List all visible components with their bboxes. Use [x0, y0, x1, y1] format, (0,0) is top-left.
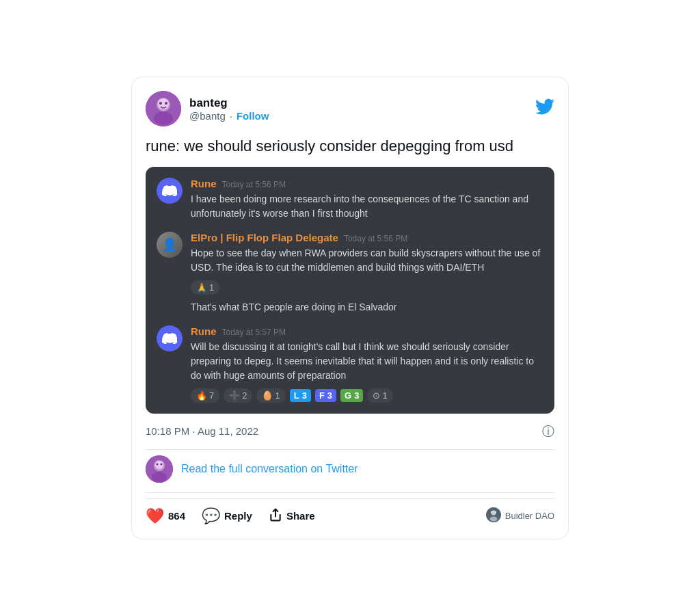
username-follow-row: @bantg · Follow: [189, 110, 269, 122]
svg-point-15: [489, 517, 497, 522]
info-icon[interactable]: ⓘ: [542, 423, 554, 440]
discord-msg-text-1: I have been doing more research into the…: [191, 192, 543, 221]
discord-msg-header-1: Rune Today at 5:56 PM: [191, 178, 543, 189]
tweet-header-left: banteg @bantg · Follow: [146, 91, 269, 126]
discord-reactions-2: 🙏 1: [191, 280, 543, 295]
reaction-plus[interactable]: ➕ 2: [224, 388, 252, 403]
svg-point-11: [161, 463, 163, 465]
svg-point-17: [495, 511, 496, 513]
pray-emoji: 🙏: [196, 282, 207, 293]
follow-button[interactable]: Follow: [237, 110, 269, 122]
reply-label: Reply: [224, 510, 252, 522]
plus-count: 2: [242, 390, 247, 401]
divider-2: [146, 492, 554, 493]
f-count: 3: [327, 390, 332, 401]
svg-point-10: [157, 463, 159, 465]
g-label: G: [345, 390, 351, 401]
fire-count: 7: [209, 390, 214, 401]
share-label: Share: [286, 510, 315, 522]
author-avatar[interactable]: [146, 91, 181, 126]
discord-message-3: Rune Today at 5:57 PM Will be discussing…: [157, 325, 543, 403]
buidler-dao: Buidler DAO: [486, 507, 554, 524]
discord-author-rune3: Rune: [191, 325, 217, 337]
reaction-circle[interactable]: ⊙ 1: [367, 388, 392, 403]
discord-avatar-rune1: [157, 178, 183, 204]
discord-msg-text-3: Will be discussing it at tonight's call …: [191, 340, 543, 383]
heart-icon: ❤️: [146, 507, 164, 525]
pray-count: 1: [209, 282, 214, 293]
discord-avatar-rune3: [157, 325, 183, 351]
plus-emoji: ➕: [229, 390, 240, 401]
discord-message-2: 👤 ElPro | Flip Flop Flap Delegate Today …: [157, 232, 543, 314]
l-label: L: [294, 390, 299, 401]
svg-point-5: [165, 102, 167, 105]
footer-actions: ❤️ 864 💬 Reply Share: [146, 507, 315, 525]
share-icon: [269, 508, 282, 524]
tweet-timestamp-row: 10:18 PM · Aug 11, 2022 ⓘ: [146, 423, 554, 440]
divider-1: [146, 449, 554, 450]
read-full-link[interactable]: Read the full conversation on Twitter: [181, 463, 358, 475]
svg-point-14: [491, 511, 496, 515]
discord-time-1: Today at 5:56 PM: [222, 180, 286, 189]
reply-action[interactable]: 💬 Reply: [202, 507, 252, 525]
display-name: banteg: [189, 96, 269, 110]
discord-msg-extra-2: That's what BTC people are doing in El S…: [191, 300, 543, 314]
egg-count: 1: [275, 390, 280, 401]
discord-msg-text-2: Hope to see the day when RWA providers c…: [191, 246, 543, 275]
svg-point-8: [152, 472, 167, 483]
discord-msg-header-2: ElPro | Flip Flop Flap Delegate Today at…: [191, 232, 543, 243]
discord-time-2: Today at 5:56 PM: [344, 234, 407, 243]
username: @bantg: [189, 110, 226, 122]
svg-point-16: [491, 511, 492, 513]
bubble-icon: 💬: [202, 507, 220, 525]
g-count: 3: [354, 390, 359, 401]
discord-avatar-elpro: 👤: [157, 232, 183, 258]
likes-count: 864: [168, 510, 185, 522]
svg-point-4: [159, 102, 162, 105]
reaction-l[interactable]: L 3: [290, 389, 311, 402]
reaction-pray[interactable]: 🙏 1: [191, 280, 219, 295]
discord-time-3: Today at 5:57 PM: [222, 327, 286, 337]
read-full-avatar: [146, 455, 173, 483]
reaction-fire[interactable]: 🔥 7: [191, 388, 219, 403]
egg-emoji: 🥚: [262, 390, 273, 401]
discord-msg-header-3: Rune Today at 5:57 PM: [191, 325, 543, 337]
fire-emoji: 🔥: [196, 390, 207, 401]
discord-embed: Rune Today at 5:56 PM I have been doing …: [146, 167, 554, 414]
f-label: F: [319, 390, 325, 401]
reaction-g[interactable]: G 3: [340, 389, 363, 402]
tweet-header: banteg @bantg · Follow: [146, 91, 554, 126]
svg-point-2: [154, 111, 173, 125]
discord-msg-body-3: Rune Today at 5:57 PM Will be discussing…: [191, 325, 543, 403]
circle-count: 1: [382, 390, 387, 401]
tweet-card: banteg @bantg · Follow rune: we should s…: [131, 77, 569, 539]
tweet-text: rune: we should seriously consider depeg…: [146, 136, 554, 157]
separator: ·: [230, 110, 232, 122]
discord-msg-body-2: ElPro | Flip Flop Flap Delegate Today at…: [191, 232, 543, 314]
l-count: 3: [302, 390, 307, 401]
discord-author-rune1: Rune: [191, 178, 217, 189]
tweet-footer: ❤️ 864 💬 Reply Share: [146, 498, 554, 525]
user-info: banteg @bantg · Follow: [189, 96, 269, 122]
buidler-logo-icon: [486, 507, 501, 524]
like-action[interactable]: ❤️ 864: [146, 507, 185, 525]
reaction-egg[interactable]: 🥚 1: [256, 388, 285, 403]
buidler-dao-label: Buidler DAO: [505, 511, 554, 521]
discord-reactions-3: 🔥 7 ➕ 2 🥚 1 L 3 F 3 G 3 ⊙ 1: [191, 388, 543, 403]
twitter-icon: [535, 97, 554, 121]
svg-point-9: [155, 461, 163, 469]
share-action[interactable]: Share: [269, 508, 315, 524]
tweet-timestamp: 10:18 PM · Aug 11, 2022: [146, 425, 258, 437]
read-full-row: Read the full conversation on Twitter: [146, 455, 554, 483]
discord-msg-body-1: Rune Today at 5:56 PM I have been doing …: [191, 178, 543, 221]
discord-author-elpro: ElPro | Flip Flop Flap Delegate: [191, 232, 338, 243]
discord-message-1: Rune Today at 5:56 PM I have been doing …: [157, 178, 543, 221]
reaction-f[interactable]: F 3: [315, 389, 336, 402]
circle-emoji: ⊙: [373, 390, 380, 401]
